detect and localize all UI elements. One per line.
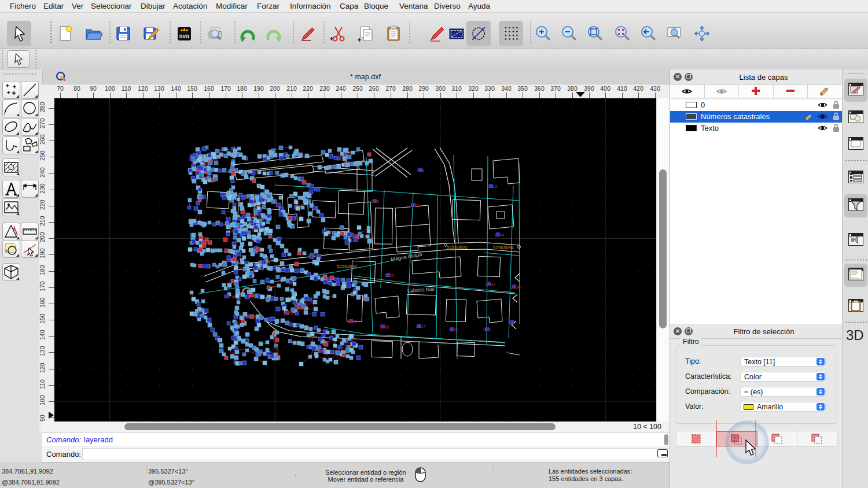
svg-text:1104: 1104 bbox=[494, 232, 505, 238]
svg-text:12236: 12236 bbox=[223, 294, 236, 300]
svg-text:2116: 2116 bbox=[201, 264, 212, 269]
svg-text:1109: 1109 bbox=[260, 260, 270, 265]
svg-text:52563692: 52563692 bbox=[337, 264, 358, 269]
svg-text:506: 506 bbox=[318, 349, 326, 354]
svg-text:465: 465 bbox=[417, 168, 425, 173]
svg-text:1105: 1105 bbox=[347, 319, 358, 324]
svg-text:SVG: SVG bbox=[179, 34, 190, 39]
svg-text:503: 503 bbox=[371, 199, 379, 204]
svg-text:1103: 1103 bbox=[283, 311, 293, 316]
svg-text:1108: 1108 bbox=[448, 327, 459, 332]
svg-text:1106: 1106 bbox=[379, 324, 389, 330]
svg-text:1100: 1100 bbox=[485, 282, 495, 287]
svg-text:52563693: 52563693 bbox=[447, 245, 468, 250]
svg-text:52563694: 52563694 bbox=[493, 245, 514, 250]
svg-text:1101: 1101 bbox=[410, 203, 420, 208]
svg-text:510: 510 bbox=[508, 320, 516, 325]
svg-text:Laboris Nisi: Laboris Nisi bbox=[407, 286, 435, 294]
svg-text:2110: 2110 bbox=[487, 184, 498, 189]
svg-text:502: 502 bbox=[483, 327, 491, 332]
svg-text:1107: 1107 bbox=[415, 324, 426, 329]
svg-text:4305: 4305 bbox=[252, 266, 262, 271]
svg-text:2136: 2136 bbox=[510, 284, 521, 290]
svg-text:1102: 1102 bbox=[384, 273, 395, 278]
